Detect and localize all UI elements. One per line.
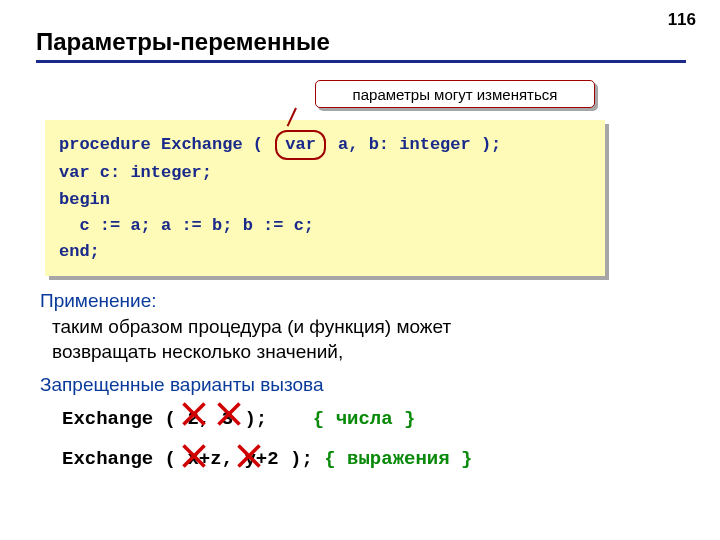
forbidden-section: Запрещенные варианты вызова — [40, 372, 650, 398]
cross-icon — [180, 400, 208, 428]
forbidden-example-2: Exchange ( x+z, y+2 ); { выражения } — [62, 448, 472, 470]
code-block: procedure Exchange ( var a, b: integer )… — [45, 120, 605, 276]
callout-balloon: параметры могут изменяться — [315, 80, 595, 108]
var-keyword-box: var — [275, 130, 326, 160]
text: таким образом процедура (и функция) може… — [52, 316, 451, 337]
page-number: 116 — [668, 10, 696, 30]
code-text: procedure Exchange ( — [59, 135, 273, 154]
code-line-4: c := a; a := b; b := c; — [59, 213, 591, 239]
comment-text: { выражения } — [324, 448, 472, 470]
application-section: Применение: таким образом процедура (и ф… — [40, 288, 650, 365]
application-label: Применение: — [40, 288, 650, 314]
code-line-3: begin — [59, 187, 591, 213]
code-line-1: procedure Exchange ( var a, b: integer )… — [59, 130, 591, 160]
comment-text: { числа } — [313, 408, 416, 430]
cross-icon — [180, 442, 208, 470]
code-line-2: var c: integer; — [59, 160, 591, 186]
callout-text: параметры могут изменяться — [353, 86, 558, 103]
forbidden-label: Запрещенные варианты вызова — [40, 372, 650, 398]
cross-icon — [235, 442, 263, 470]
code-line-5: end; — [59, 239, 591, 265]
cross-icon — [215, 400, 243, 428]
title-underline — [36, 60, 686, 63]
text: возвращать несколько значений, — [52, 341, 343, 362]
code-text: a, b: integer ); — [328, 135, 501, 154]
slide-title: Параметры-переменные — [36, 28, 330, 56]
application-body: таким образом процедура (и функция) може… — [52, 314, 650, 365]
